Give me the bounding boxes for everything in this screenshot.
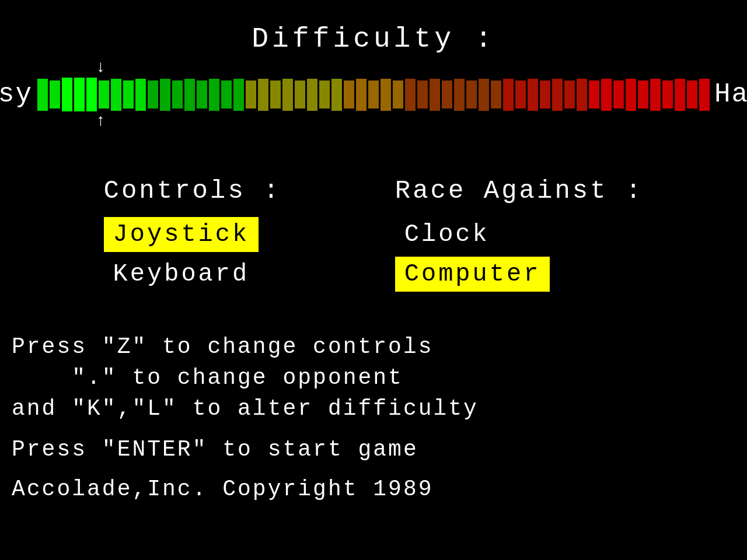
bar-segment [111, 79, 121, 111]
bar-segment [638, 80, 648, 108]
bar-segment [99, 80, 109, 108]
easy-label: Easy [0, 79, 33, 110]
bar-segment [503, 79, 514, 111]
bar-segment [393, 80, 403, 108]
bar-segment [577, 79, 587, 111]
controls-label: Controls : [104, 176, 281, 205]
bar-segment [687, 80, 697, 108]
bar-segment [123, 80, 134, 108]
bar-segment [430, 79, 440, 111]
arrow-down-container: ↓ [37, 60, 106, 76]
difficulty-slider-container: Easy ↓ ↑ Hard [12, 60, 735, 130]
arrow-up-container: ↑ [37, 113, 106, 130]
bar-segment [282, 79, 293, 111]
arrow-up-icon: ↑ [96, 113, 106, 130]
bar-segment [246, 80, 256, 108]
bar-segment [331, 79, 342, 111]
bar-segment [613, 80, 624, 108]
bar-segment [491, 80, 501, 108]
arrow-down-icon: ↓ [96, 60, 106, 76]
bar-segment [466, 80, 477, 108]
instruction-line-1: Press "Z" to change controls [12, 331, 735, 362]
difficulty-bar-wrapper: ↓ ↑ [37, 60, 710, 130]
difficulty-title: Difficulty : [12, 23, 735, 55]
difficulty-section: Difficulty : Easy ↓ ↑ Hard [12, 23, 735, 130]
bar-segment [699, 79, 710, 111]
bar-segment [307, 79, 317, 111]
race-against-label: Race Against : [395, 176, 644, 205]
bar-segment [148, 80, 158, 108]
bar-segment [515, 80, 526, 108]
bar-segment [270, 80, 281, 108]
bar-segment [405, 79, 416, 111]
clock-option[interactable]: Clock [395, 217, 499, 252]
bar-segment [540, 80, 550, 108]
bar-segment [662, 80, 673, 108]
bar-segment [356, 79, 366, 111]
bar-segment [564, 80, 575, 108]
bar-segment [650, 79, 661, 111]
bar-segment [197, 80, 207, 108]
bar-segment [479, 79, 489, 111]
bar-segment [589, 80, 599, 108]
bar-segment [626, 79, 636, 111]
bar-segment [675, 79, 685, 111]
bar-segment [417, 80, 428, 108]
computer-option[interactable]: Computer [395, 257, 550, 292]
bar-segment [135, 79, 146, 111]
bar-segment [344, 80, 354, 108]
bar-segment [454, 79, 465, 111]
bar-segment [184, 79, 195, 111]
bar-segment [172, 80, 183, 108]
bar-segment [62, 78, 72, 111]
joystick-option[interactable]: Joystick [104, 217, 259, 252]
bar-segment [160, 79, 170, 111]
bar-segment [258, 79, 268, 111]
instruction-line-2: "." to change opponent [12, 362, 735, 393]
race-column: Race Against : Clock Computer [395, 176, 644, 296]
controls-column: Controls : Joystick Keyboard [104, 176, 281, 296]
difficulty-bar [37, 77, 710, 112]
instructions-section: Press "Z" to change controls "." to chan… [12, 331, 735, 502]
bar-segment [50, 80, 60, 108]
bar-segment [381, 79, 391, 111]
bar-segment [233, 79, 244, 111]
bar-segment [442, 80, 452, 108]
main-screen: Difficulty : Easy ↓ ↑ Hard Controls : Jo… [0, 0, 747, 560]
bar-segment [221, 80, 232, 108]
bar-segment [209, 79, 219, 111]
options-section: Controls : Joystick Keyboard Race Agains… [12, 176, 735, 296]
keyboard-option[interactable]: Keyboard [104, 257, 259, 292]
bar-segment [74, 78, 85, 111]
instruction-line-3: and "K","L" to alter difficulty [12, 393, 735, 424]
bar-segment [552, 79, 563, 111]
bar-segment [319, 80, 330, 108]
bar-segment [601, 79, 612, 111]
copyright-text: Accolade,Inc. Copyright 1989 [12, 477, 735, 502]
bar-segment [528, 79, 538, 111]
instruction-line-4: Press "ENTER" to start game [12, 434, 735, 465]
hard-label: Hard [714, 79, 747, 110]
bar-segment [86, 78, 97, 111]
bar-segment [295, 80, 305, 108]
bar-segment [37, 79, 48, 111]
bar-segment [368, 80, 379, 108]
